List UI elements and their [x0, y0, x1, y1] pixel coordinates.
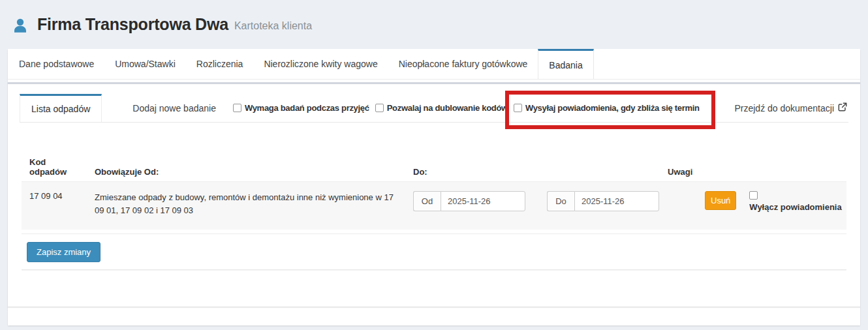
subtab-lista-odpadow[interactable]: Lista odpadów: [20, 94, 102, 122]
checkbox-group-dublowanie-kodow: Pozwalaj na dublowanie kodów: [375, 103, 508, 113]
box-bottom-spacer: [8, 270, 860, 288]
header-kod-odpadow: Kod odpadów: [22, 157, 95, 177]
disable-notifications-label: Wyłącz powiadomienia: [749, 202, 841, 212]
date-to-addon: Do: [547, 191, 574, 211]
tab-nieoplacone-faktury[interactable]: Nieopłacone faktury gotówkowe: [388, 49, 538, 79]
tab-nierozliczone-kwity[interactable]: Nierozliczone kwity wagowe: [253, 49, 388, 79]
tab-dane-podstawowe[interactable]: Dane podstawowe: [8, 49, 104, 79]
doc-link[interactable]: Przejdź do dokumentacji: [734, 102, 848, 113]
page: Firma Transportowa Dwa Kartoteka klienta…: [0, 0, 868, 330]
client-panel: Dane podstawowe Umowa/Stawki Rozliczenia…: [8, 49, 860, 325]
dublowanie-kodow-label: Pozwalaj na dublowanie kodów: [387, 103, 508, 113]
header-do: Do:: [413, 167, 668, 177]
wymaga-badan-label: Wymaga badań podczas przyjęć: [245, 103, 369, 113]
wysylaj-powiadomienia-label: Wysyłaj powiadomienia, gdy zbliża się te…: [525, 103, 700, 113]
checkbox-group-wysylaj-powiadomienia: Wysyłaj powiadomienia, gdy zbliża się te…: [514, 103, 700, 113]
dublowanie-kodow-checkbox[interactable]: [375, 104, 384, 112]
subtab-dodaj-nowe-badanie[interactable]: Dodaj nowe badanie: [121, 94, 227, 122]
main-tabs: Dane podstawowe Umowa/Stawki Rozliczenia…: [8, 49, 860, 80]
tab-badania[interactable]: Badania: [538, 49, 593, 79]
date-from-addon: Od: [413, 191, 441, 211]
waste-table-section: Kod odpadów Obowiązuje Od: Do: Uwagi 17 …: [22, 157, 846, 262]
page-header: Firma Transportowa Dwa Kartoteka klienta: [0, 0, 868, 49]
checkbox-group-wymaga-badan: Wymaga badań podczas przyjęć: [233, 103, 369, 113]
sub-nav: Lista odpadów Dodaj nowe badanie Wymaga …: [20, 94, 848, 123]
date-from-input[interactable]: [441, 191, 525, 211]
header-obowiazuje-od: Obowiązuje Od:: [95, 167, 413, 177]
date-from-group: Od: [413, 191, 525, 211]
doc-link-label: Przejdź do dokumentacji: [734, 103, 834, 113]
badania-box: Lista odpadów Dodaj nowe badanie Wymaga …: [8, 82, 860, 307]
tab-rozliczenia[interactable]: Rozliczenia: [186, 49, 254, 79]
delete-button[interactable]: Usuń: [705, 191, 736, 210]
page-title: Firma Transportowa Dwa: [37, 15, 228, 34]
date-range-cell: Od Do: [413, 191, 668, 222]
external-link-icon: [838, 102, 847, 113]
wymaga-badan-checkbox[interactable]: [233, 104, 241, 112]
waste-description: Zmieszane odpady z budowy, remontów i de…: [95, 191, 413, 222]
wysylaj-powiadomienia-checkbox[interactable]: [514, 104, 522, 112]
actions-cell: Usuń Wyłącz powiadomienia: [705, 191, 846, 222]
disable-notifications-checkbox[interactable]: [749, 191, 758, 200]
page-subtitle: Kartoteka klienta: [234, 20, 312, 32]
table-row: 17 09 04 Zmieszane odpady z budowy, remo…: [22, 181, 846, 230]
waste-code: 17 09 04: [22, 191, 95, 222]
uwagi-cell: [668, 191, 705, 222]
tab-umowa-stawki[interactable]: Umowa/Stawki: [104, 49, 186, 79]
save-button[interactable]: Zapisz zmiany: [27, 242, 101, 262]
waste-table: Kod odpadów Obowiązuje Od: Do: Uwagi 17 …: [22, 157, 846, 234]
disable-notifications-group: Wyłącz powiadomienia: [749, 191, 841, 212]
date-to-group: Do: [547, 191, 659, 211]
date-to-input[interactable]: [574, 191, 659, 211]
table-header-row: Kod odpadów Obowiązuje Od: Do: Uwagi: [22, 157, 846, 181]
user-icon: [12, 17, 29, 34]
header-uwagi: Uwagi: [668, 167, 705, 177]
